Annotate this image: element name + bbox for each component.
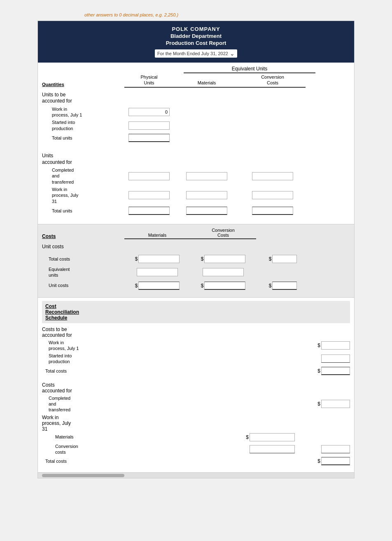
scrollbar-thumb[interactable]	[42, 474, 124, 477]
costs-materials-col: Materials	[124, 233, 190, 239]
total-units2-conversion-cell	[240, 207, 306, 215]
recon-conversion-total-input[interactable]	[321, 445, 350, 453]
equiv-materials-cell	[124, 268, 190, 276]
total-units2-physical-input[interactable]	[128, 207, 170, 215]
recon-conversion-inner-cell	[124, 445, 296, 453]
wip31-conversion-input[interactable]	[252, 191, 293, 199]
recon-wip-july1-row: Work inprocess, July 1 $	[42, 340, 350, 352]
recon-completed-row: Completedandtransferred $	[42, 395, 350, 413]
dollar9: $	[317, 401, 320, 407]
materials-col-header: Materials	[174, 80, 240, 87]
recon-total-costs-cell: $	[296, 367, 350, 375]
recon-started-input[interactable]	[321, 354, 350, 363]
unit-cost-conversion-input[interactable]	[204, 282, 245, 290]
company-name: POLK COMPANY	[42, 26, 350, 32]
recon-header: CostReconciliationSchedule	[42, 301, 350, 323]
recon-wip31-label: Work inprocess, July31	[42, 415, 350, 432]
completed-transferred-label: Completedandtransferred	[42, 167, 124, 185]
total-costs-materials-input[interactable]	[138, 255, 180, 263]
total-units-row1: Total units	[42, 133, 350, 143]
costs-to-be-label: Costs to beaccounted for	[42, 326, 350, 338]
costs-section: Costs Materials ConversionCosts Unit cos…	[38, 224, 354, 297]
wip-july1-row: Work inprocess, July 1	[42, 106, 350, 118]
total-units2-materials-input[interactable]	[186, 207, 227, 215]
recon-started-cell	[296, 354, 350, 363]
unit-costs-label: Unit costs	[42, 244, 124, 250]
completed-materials-input[interactable]	[186, 172, 227, 180]
recon-wip-july1-cell: $	[296, 341, 350, 350]
dept-name: Bladder Department	[42, 33, 350, 39]
started-production-physical-input[interactable]	[128, 121, 170, 130]
recon-materials-input[interactable]	[250, 433, 295, 441]
recon-wip-july1-label: Work inprocess, July 1	[42, 340, 124, 352]
units-to-be-group: Units to beaccounted for Work inprocess,…	[42, 92, 350, 143]
col-headers: Quantities PhysicalUnits Materials Conve…	[42, 74, 350, 89]
report-header: POLK COMPANY Bladder Department Producti…	[38, 21, 354, 63]
date-selector[interactable]: For the Month Ended July 31, 2022 ⌄	[155, 49, 237, 58]
units-accounted-group: Unitsaccounted for Completedandtransferr…	[42, 153, 350, 216]
company-suffix: COMPANY	[190, 26, 220, 32]
wip-july1-physical-input[interactable]	[128, 108, 170, 116]
recon-conversion-inner-input[interactable]	[250, 445, 295, 453]
recon-completed-input[interactable]	[321, 400, 350, 408]
equiv-conversion-input[interactable]	[203, 268, 244, 276]
started-production-row: Started intoproduction	[42, 119, 350, 131]
completed-physical-cell	[124, 172, 174, 180]
total-units-physical-input[interactable]	[128, 134, 170, 142]
recon-materials-row: Materials $	[42, 433, 350, 442]
recon-total-costs-label: Total costs	[42, 368, 124, 374]
total-costs-total-input[interactable]	[272, 255, 297, 263]
scrollbar-area[interactable]	[38, 472, 354, 478]
recon-started-row: Started intoproduction	[42, 353, 350, 365]
units-to-be-label-row: Units to beaccounted for	[42, 92, 350, 105]
reconciliation-section: CostReconciliationSchedule Costs to beac…	[38, 297, 354, 473]
main-container: POLK COMPANY Bladder Department Producti…	[37, 21, 355, 478]
total-costs-label: Total costs	[42, 256, 124, 262]
dollar7: $	[317, 343, 320, 348]
recon-final-total-input[interactable]	[321, 457, 350, 465]
quantities-section: Equivalent Units Quantities PhysicalUnit…	[38, 63, 354, 224]
recon-total-costs-input[interactable]	[321, 367, 350, 375]
costs-conversion-col: ConversionCosts	[190, 228, 256, 239]
equiv-materials-input[interactable]	[137, 268, 178, 276]
completed-physical-input[interactable]	[128, 172, 170, 180]
total-units-label1: Total units	[42, 135, 124, 141]
unit-cost-materials-cell: $	[124, 282, 190, 290]
units-accounted-label-row: Unitsaccounted for	[42, 153, 350, 166]
total-units2-conversion-input[interactable]	[252, 207, 293, 215]
completed-transferred-row: Completedandtransferred	[42, 167, 350, 185]
recon-materials-inner-cell: $	[124, 433, 296, 441]
dollar6: $	[269, 283, 272, 289]
recon-wip-july1-input[interactable]	[321, 341, 350, 350]
unit-cost-total-cell: $	[256, 282, 310, 290]
dollar11: $	[317, 458, 320, 464]
equiv-conversion-cell	[190, 268, 256, 276]
dollar8: $	[317, 368, 320, 374]
wip31-conversion-cell	[240, 191, 306, 199]
dropdown-icon[interactable]: ⌄	[230, 50, 235, 57]
units-to-be-label: Units to beaccounted for	[42, 92, 124, 105]
total-costs-total-cell: $	[256, 255, 310, 263]
wip31-physical-input[interactable]	[128, 191, 170, 199]
recon-final-total-label: Total costs	[42, 458, 124, 464]
wip31-materials-cell	[174, 191, 240, 199]
equiv-units-row: Equivalentunits	[42, 266, 350, 278]
total-costs-conversion-input[interactable]	[204, 255, 245, 263]
recon-final-total-cell: $	[296, 457, 350, 465]
recon-started-label: Started intoproduction	[42, 353, 124, 365]
costs-col-headers: Costs Materials ConversionCosts	[42, 228, 350, 239]
total-units-physical-cell	[124, 134, 174, 142]
dollar3: $	[269, 256, 272, 262]
unit-cost-materials-input[interactable]	[138, 282, 180, 290]
recon-conversion-row: Conversioncosts	[42, 443, 350, 455]
unit-costs-label-row: Unit costs	[42, 242, 350, 252]
company-prefix: POLK	[172, 26, 190, 32]
equiv-units-costs-label: Equivalentunits	[42, 266, 124, 278]
completed-materials-cell	[174, 172, 240, 180]
physical-units-col-header: PhysicalUnits	[124, 74, 174, 88]
completed-conversion-input[interactable]	[252, 172, 293, 180]
wip31-materials-input[interactable]	[186, 191, 227, 199]
unit-cost-total-input[interactable]	[272, 282, 297, 290]
wip31-physical-cell	[124, 191, 174, 199]
total-units-label2: Total units	[42, 208, 124, 214]
